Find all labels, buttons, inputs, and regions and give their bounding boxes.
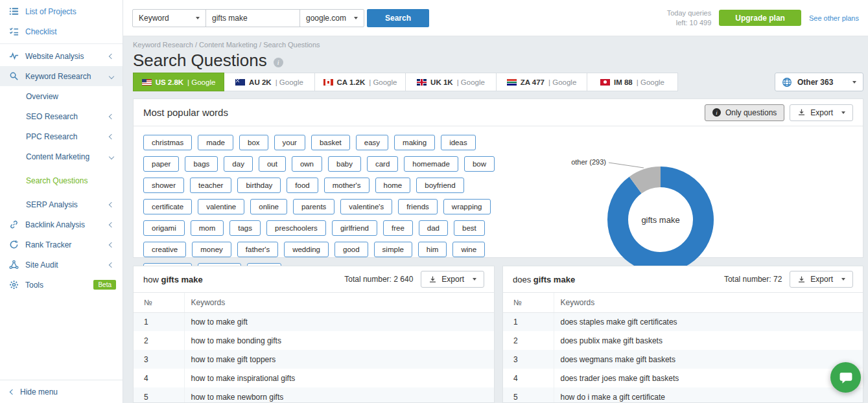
word-chip[interactable]: dad xyxy=(419,220,448,236)
word-chip[interactable]: food xyxy=(287,178,318,193)
word-chip[interactable]: friends xyxy=(398,199,438,214)
word-chip[interactable]: christmas xyxy=(143,135,192,150)
hide-menu-button[interactable]: Hide menu xyxy=(0,380,123,403)
tab-im[interactable]: IM 88| Google xyxy=(587,73,678,91)
word-chip[interactable]: father's xyxy=(237,242,278,257)
word-chip[interactable]: simple xyxy=(374,242,412,257)
word-chip[interactable]: good xyxy=(334,242,368,257)
word-chip[interactable]: made xyxy=(198,135,233,150)
tab-au[interactable]: AU 2K| Google xyxy=(224,73,315,91)
word-chip[interactable]: paper xyxy=(143,156,179,172)
export-button[interactable]: Export xyxy=(421,271,484,288)
word-chip[interactable]: valentine xyxy=(198,199,244,214)
word-chip[interactable]: girlfriend xyxy=(332,220,377,236)
word-chip[interactable]: mom xyxy=(191,220,224,236)
search-input[interactable] xyxy=(205,9,300,27)
word-chip[interactable]: box xyxy=(239,135,268,150)
upgrade-plan-button[interactable]: Upgrade plan xyxy=(719,10,801,26)
word-chip[interactable]: basket xyxy=(311,135,350,150)
word-chip[interactable]: birthday xyxy=(237,178,281,193)
tab-ca[interactable]: CA 1.2K| Google xyxy=(314,73,406,91)
word-chip[interactable]: online xyxy=(250,199,287,214)
table-header: how gifts make Total number: 2 640 Expor… xyxy=(134,266,494,293)
donut-slice-other[interactable] xyxy=(635,177,661,185)
sidebar-item-rank-tracker[interactable]: Rank Tracker xyxy=(0,235,123,255)
sidebar-item-ppc-research[interactable]: PPC Research xyxy=(0,126,123,146)
export-button[interactable]: Export xyxy=(790,271,853,288)
sidebar-item-tools[interactable]: ToolsBeta xyxy=(0,275,123,295)
word-chip[interactable]: mother's xyxy=(324,178,369,193)
word-chip[interactable]: money xyxy=(192,242,231,257)
sidebar-item-website-analysis[interactable]: Website Analysis xyxy=(0,46,123,66)
word-chip[interactable]: origami xyxy=(143,220,185,236)
export-button[interactable]: Export xyxy=(790,104,853,121)
word-chip[interactable]: your xyxy=(274,135,305,150)
word-chip[interactable]: easy xyxy=(356,135,388,150)
word-chip[interactable]: boyfriend xyxy=(416,178,463,193)
row-number: 4 xyxy=(134,369,184,387)
table-panel-how: how gifts make Total number: 2 640 Expor… xyxy=(133,266,495,403)
word-chip[interactable]: free xyxy=(383,220,413,236)
word-chip[interactable]: valentine's xyxy=(340,199,392,214)
table-header-right: Total number: 2 640 Export xyxy=(344,271,484,288)
row-number: 3 xyxy=(503,350,554,369)
other-regions-select[interactable]: Other 363 xyxy=(775,73,863,91)
word-chip[interactable]: own xyxy=(292,156,322,172)
row-number: 1 xyxy=(134,312,184,331)
info-icon[interactable]: i xyxy=(274,58,283,67)
word-chip[interactable]: teacher xyxy=(190,178,231,193)
word-chip[interactable]: home xyxy=(375,178,411,193)
word-chip[interactable]: wrapping xyxy=(443,199,491,214)
flag-us-icon xyxy=(142,79,152,86)
sidebar-item-list-of-projects[interactable]: List of Projects xyxy=(0,1,123,21)
tab-za[interactable]: ZA 477| Google xyxy=(496,73,587,91)
chat-widget-button[interactable] xyxy=(830,362,861,393)
word-chip[interactable]: wedding xyxy=(284,242,329,257)
keywords-table: № Keywords 1how to make gift2how to make… xyxy=(134,293,494,403)
word-chip[interactable]: creative xyxy=(143,242,186,257)
sidebar-item-site-audit[interactable]: Site Audit xyxy=(0,255,123,275)
topbar-right: Today queries left: 10 499 Upgrade plan … xyxy=(667,8,859,28)
word-chip[interactable]: ideas xyxy=(441,135,476,150)
row-keyword: how to make gift xyxy=(184,312,494,331)
sidebar-item-content-marketing[interactable]: Content Marketing xyxy=(0,146,123,167)
see-other-plans-link[interactable]: See other plans xyxy=(809,14,859,22)
word-chip[interactable]: baby xyxy=(328,156,361,172)
only-questions-button[interactable]: i Only questions xyxy=(705,104,784,121)
word-chip[interactable]: day xyxy=(224,156,253,172)
tab-us[interactable]: US 2.8K| Google xyxy=(133,73,224,91)
sidebar-item-checklist[interactable]: Checklist xyxy=(0,21,123,41)
word-chip[interactable]: homemade xyxy=(404,156,458,172)
word-chip[interactable]: bow xyxy=(464,156,495,172)
word-chip[interactable]: shower xyxy=(143,178,184,193)
search-engine-select[interactable]: google.com xyxy=(299,9,364,27)
sidebar-item-serp-analysis[interactable]: SERP Analysis xyxy=(0,194,123,214)
word-chip[interactable]: parents xyxy=(293,199,334,214)
tab-engine-label: | Google xyxy=(548,78,576,86)
sidebar-item-backlink-analysis[interactable]: Backlink Analysis xyxy=(0,214,123,235)
sidebar-item-label: Search Questions xyxy=(26,176,88,185)
sidebar-item-keyword-research[interactable]: Keyword Research xyxy=(0,66,123,86)
table-row: 3how to make gift toppers xyxy=(134,350,494,369)
search-type-select[interactable]: Keyword xyxy=(132,9,206,27)
word-chip[interactable]: preschoolers xyxy=(266,220,326,236)
search-button[interactable]: Search xyxy=(367,9,429,27)
panel-body: christmasmadeboxyourbasketeasymakingidea… xyxy=(134,126,863,287)
sidebar-item-label: Backlink Analysis xyxy=(25,220,85,229)
word-chip[interactable]: certificate xyxy=(143,199,192,214)
row-number: 5 xyxy=(503,387,554,403)
word-chip[interactable]: him xyxy=(418,242,447,257)
sidebar-item-search-questions[interactable]: Search Questions xyxy=(0,170,123,190)
word-chip[interactable]: best xyxy=(454,220,485,236)
tab-uk[interactable]: UK 1K| Google xyxy=(405,73,497,91)
word-chip[interactable]: wine xyxy=(452,242,485,257)
sidebar-item-overview[interactable]: Overview xyxy=(0,86,123,106)
column-header-keywords: Keywords xyxy=(554,293,863,312)
word-chip[interactable]: bags xyxy=(185,156,218,172)
word-chip[interactable]: out xyxy=(259,156,286,172)
sidebar-item-label: Overview xyxy=(26,92,58,101)
word-chip[interactable]: card xyxy=(367,156,398,172)
word-chip[interactable]: making xyxy=(394,135,435,150)
word-chip[interactable]: tags xyxy=(229,220,261,236)
sidebar-item-seo-research[interactable]: SEO Research xyxy=(0,106,123,126)
